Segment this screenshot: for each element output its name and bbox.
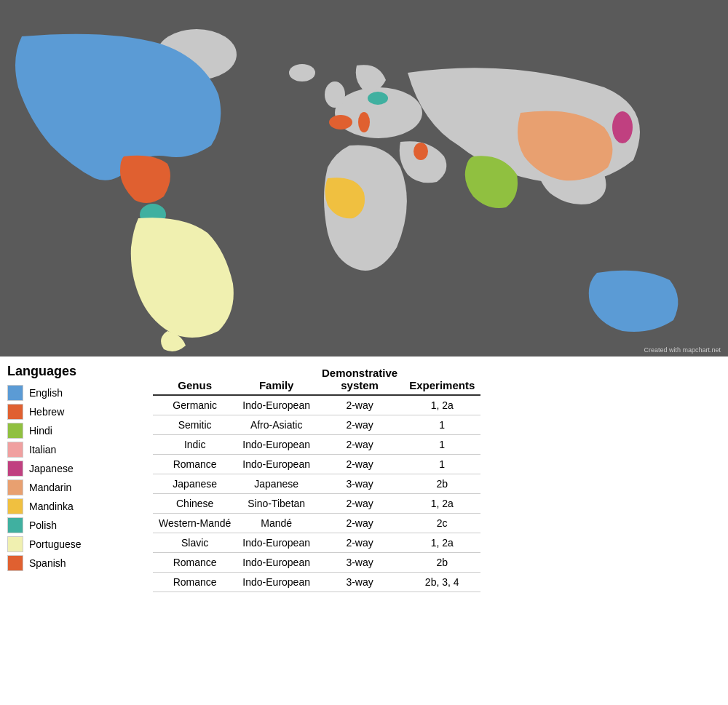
cell-genus: Indic: [153, 435, 237, 455]
legend-language-name: Portuguese: [29, 538, 82, 550]
cell-demo: 3-way: [316, 553, 403, 573]
legend-language-name: Polish: [29, 519, 57, 531]
legend-language-name: Japanese: [29, 463, 74, 474]
cell-experiments: 1: [403, 435, 480, 455]
legend-language-name: Hebrew: [29, 406, 64, 418]
legend-item: Hindi: [7, 423, 146, 439]
cell-family: Indo-European: [237, 435, 316, 455]
legend-color-swatch: [7, 517, 23, 533]
legend-color-swatch: [7, 536, 23, 552]
table-row: IndicIndo-European2-way1: [153, 435, 480, 455]
legend-item: Mandinka: [7, 498, 146, 514]
cell-demo: 2-way: [316, 435, 403, 455]
cell-family: Indo-European: [237, 553, 316, 573]
svg-point-10: [612, 111, 633, 143]
world-map: Created with mapchart.net: [0, 0, 728, 357]
legend-title: Languages: [7, 364, 146, 379]
legend-item: Polish: [7, 517, 146, 533]
cell-family: Japanese: [237, 474, 316, 494]
cell-genus: Chinese: [153, 494, 237, 514]
cell-demo: 3-way: [316, 573, 403, 592]
table-row: JapaneseJapanese3-way2b: [153, 474, 480, 494]
cell-experiments: 1, 2a: [403, 533, 480, 553]
legend-item: Hebrew: [7, 404, 146, 420]
table-header-0: Genus: [153, 364, 237, 395]
legend-language-name: Spanish: [29, 557, 66, 569]
table-header-2: Demonstrativesystem: [316, 364, 403, 395]
legend-color-swatch: [7, 423, 23, 439]
legend-color-swatch: [7, 461, 23, 477]
cell-experiments: 1: [403, 455, 480, 474]
legend-color-swatch: [7, 442, 23, 458]
table-row: RomanceIndo-European3-way2b, 3, 4: [153, 573, 480, 592]
cell-experiments: 1, 2a: [403, 395, 480, 415]
cell-family: Mandé: [237, 514, 316, 533]
cell-family: Indo-European: [237, 395, 316, 415]
legend-item: Italian: [7, 442, 146, 458]
cell-experiments: 1, 2a: [403, 494, 480, 514]
legend-language-name: Mandarin: [29, 482, 71, 493]
table-row: Western-MandéMandé2-way2c: [153, 514, 480, 533]
cell-genus: Romance: [153, 553, 237, 573]
cell-experiments: 2c: [403, 514, 480, 533]
legend-color-swatch: [7, 404, 23, 420]
legend-color-swatch: [7, 555, 23, 571]
legend-language-name: English: [29, 387, 63, 399]
table-row: ChineseSino-Tibetan2-way1, 2a: [153, 494, 480, 514]
cell-demo: 2-way: [316, 395, 403, 415]
svg-point-3: [289, 64, 315, 81]
svg-point-8: [358, 112, 370, 132]
data-section: Languages English Hebrew Hindi Italian J…: [0, 357, 728, 596]
svg-point-4: [325, 81, 345, 108]
legend-item: Mandarin: [7, 479, 146, 495]
cell-genus: Western-Mandé: [153, 514, 237, 533]
legend-item: Portuguese: [7, 536, 146, 552]
legend: Languages English Hebrew Hindi Italian J…: [7, 364, 153, 592]
cell-demo: 2-way: [316, 455, 403, 474]
cell-experiments: 2b: [403, 553, 480, 573]
cell-demo: 3-way: [316, 474, 403, 494]
cell-experiments: 1: [403, 415, 480, 435]
cell-genus: Semitic: [153, 415, 237, 435]
legend-language-name: Italian: [29, 444, 56, 455]
legend-language-name: Hindi: [29, 425, 52, 437]
table-row: SemiticAfro-Asiatic2-way1: [153, 415, 480, 435]
table-header-3: Experiments: [403, 364, 480, 395]
cell-genus: Romance: [153, 455, 237, 474]
legend-item: English: [7, 385, 146, 401]
legend-color-swatch: [7, 479, 23, 495]
table-row: SlavicIndo-European2-way1, 2a: [153, 533, 480, 553]
cell-demo: 2-way: [316, 494, 403, 514]
map-credit: Created with mapchart.net: [644, 346, 721, 354]
legend-item: Spanish: [7, 555, 146, 571]
cell-family: Indo-European: [237, 455, 316, 474]
cell-experiments: 2b, 3, 4: [403, 573, 480, 592]
cell-experiments: 2b: [403, 474, 480, 494]
legend-color-swatch: [7, 498, 23, 514]
cell-genus: Germanic: [153, 395, 237, 415]
cell-family: Afro-Asiatic: [237, 415, 316, 435]
svg-point-9: [368, 92, 388, 105]
cell-genus: Slavic: [153, 533, 237, 553]
table-header-1: Family: [237, 364, 316, 395]
legend-item: Japanese: [7, 461, 146, 477]
cell-demo: 2-way: [316, 415, 403, 435]
legend-language-name: Mandinka: [29, 501, 74, 512]
svg-point-6: [414, 143, 428, 160]
cell-genus: Romance: [153, 573, 237, 592]
svg-point-7: [329, 115, 352, 130]
table-row: RomanceIndo-European3-way2b: [153, 553, 480, 573]
cell-demo: 2-way: [316, 533, 403, 553]
language-table: GenusFamilyDemonstrativesystemExperiment…: [153, 364, 480, 592]
table-row: RomanceIndo-European2-way1: [153, 455, 480, 474]
cell-family: Indo-European: [237, 533, 316, 553]
cell-family: Indo-European: [237, 573, 316, 592]
cell-genus: Japanese: [153, 474, 237, 494]
cell-family: Sino-Tibetan: [237, 494, 316, 514]
cell-demo: 2-way: [316, 514, 403, 533]
table-row: GermanicIndo-European2-way1, 2a: [153, 395, 480, 415]
legend-color-swatch: [7, 385, 23, 401]
